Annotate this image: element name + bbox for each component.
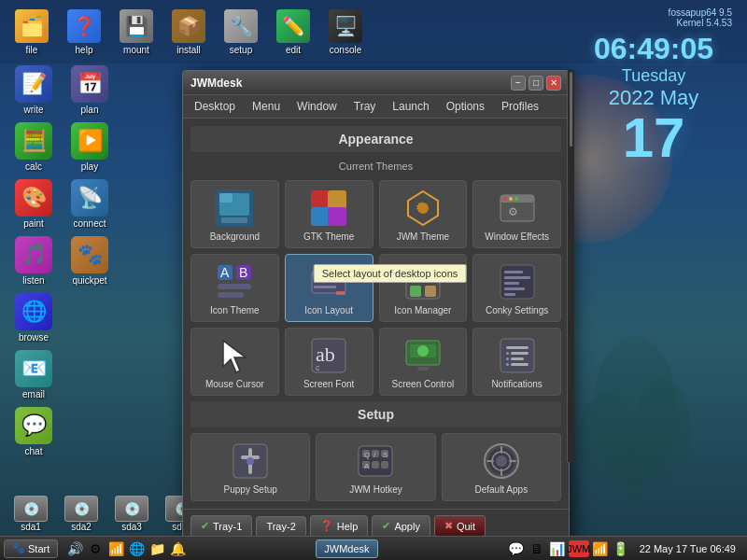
- start-label: Start: [28, 543, 49, 554]
- menu-profiles[interactable]: Profiles: [494, 97, 546, 116]
- left-icon-email[interactable]: 📧 email: [7, 348, 60, 401]
- desktop-icon-mount[interactable]: 💾 mount: [112, 7, 161, 57]
- svg-rect-54: [506, 346, 529, 349]
- disk-sda3[interactable]: 💿 sda3: [108, 496, 155, 532]
- footer-tray1-button[interactable]: ✔ Tray-1: [190, 515, 252, 537]
- left-icon-calc[interactable]: 🧮 calc: [7, 120, 60, 174]
- grid-item-icon-manager[interactable]: Icon Manager: [379, 254, 468, 322]
- grid-item-icon-theme[interactable]: A B Icon Theme: [190, 254, 279, 322]
- start-icon: 🐾: [12, 542, 25, 554]
- grid-item-default-apps-label: Default Apps: [474, 484, 528, 495]
- svg-point-79: [496, 455, 507, 467]
- svg-point-2: [579, 392, 635, 485]
- active-window-button[interactable]: JWMdesk: [316, 539, 377, 558]
- grid-item-gtk-theme[interactable]: GTK Theme: [285, 180, 374, 248]
- grid-item-notifications[interactable]: Notifications: [472, 328, 561, 396]
- disk-sda2[interactable]: 💿 sda2: [58, 496, 105, 532]
- svg-point-51: [417, 345, 429, 357]
- window-maximize-button[interactable]: □: [529, 76, 543, 91]
- disk-sda1[interactable]: 💿 sda1: [7, 496, 54, 532]
- left-icon-play[interactable]: ▶️ play: [63, 120, 116, 174]
- tray-right-1[interactable]: 💬: [507, 539, 526, 558]
- left-icon-browse[interactable]: 🌐 browse: [7, 291, 60, 344]
- desktop-icon-file[interactable]: 🗂️ file: [7, 7, 56, 57]
- footer-apply-button[interactable]: ✔ Apply: [372, 515, 430, 537]
- left-icon-chat-label: chat: [25, 446, 43, 456]
- left-icon-plan[interactable]: 📅 plan: [63, 63, 116, 117]
- svg-text:Q: Q: [364, 451, 370, 459]
- scrollbar[interactable]: [567, 70, 574, 462]
- wifi-bars-icon[interactable]: 📶: [591, 539, 610, 558]
- left-icon-paint[interactable]: 🎨 paint: [7, 177, 60, 231]
- tray-icon-5[interactable]: 📁: [148, 539, 166, 558]
- active-window-label: JWMdesk: [324, 543, 369, 554]
- grid-item-screen-font[interactable]: ab c Screen Font: [285, 328, 374, 396]
- desktop-icon-edit-label: edit: [286, 45, 301, 55]
- background-icon: [215, 189, 254, 228]
- grid-item-jwm-hotkey[interactable]: Q A / S JWM Hotkey: [316, 433, 435, 501]
- grid-item-screen-control[interactable]: Screen Control: [379, 328, 468, 396]
- desktop-icon-setup[interactable]: 🔧 setup: [217, 7, 265, 57]
- grid-item-background[interactable]: Background: [190, 180, 279, 248]
- menu-options[interactable]: Options: [439, 97, 492, 116]
- window-titlebar: JWMdesk − □ ✕: [183, 71, 569, 95]
- desktop-icon-edit[interactable]: ✏️ edit: [269, 7, 317, 57]
- footer-quit-button[interactable]: ✖ Quit: [434, 515, 486, 537]
- svg-rect-81: [500, 469, 502, 476]
- scrollbar-thumb[interactable]: [570, 72, 572, 147]
- left-icon-browse-label: browse: [19, 332, 49, 343]
- grid-item-window-effects-label: Window Effects: [485, 231, 549, 242]
- start-button[interactable]: 🐾 Start: [4, 539, 58, 558]
- desktop-icon-help[interactable]: ❓ help: [60, 7, 108, 57]
- grid-item-icon-theme-label: Icon Theme: [210, 305, 260, 315]
- puppy-setup-icon: [231, 441, 270, 481]
- grid-item-puppy-setup[interactable]: Puppy Setup: [190, 433, 310, 501]
- left-icon-write[interactable]: 📝 write: [7, 63, 60, 117]
- window-minimize-button[interactable]: −: [511, 76, 526, 91]
- svg-rect-59: [506, 363, 509, 366]
- tray-icon-2[interactable]: ⚙: [86, 539, 105, 558]
- svg-rect-26: [218, 292, 244, 298]
- themes-grid-row1: Background GTK Theme: [190, 180, 561, 248]
- footer-help-button[interactable]: ❓ Help: [310, 515, 369, 537]
- svg-rect-60: [511, 363, 529, 366]
- taskbar-clock: 22 May 17 Tue 06:49: [632, 543, 743, 554]
- left-icon-quickpet[interactable]: 🐾 quickpet: [63, 234, 116, 287]
- menu-launch[interactable]: Launch: [385, 97, 436, 116]
- menu-menu[interactable]: Menu: [245, 97, 288, 116]
- default-apps-icon: [482, 441, 521, 481]
- grid-item-default-apps[interactable]: Default Apps: [442, 433, 561, 501]
- desktop-icon-console[interactable]: 🖥️ console: [321, 7, 370, 57]
- tray-icon-6[interactable]: 🔔: [168, 539, 187, 558]
- svg-rect-56: [511, 352, 529, 355]
- tray-icon-4[interactable]: 🌐: [127, 539, 146, 558]
- left-icon-chat[interactable]: 💬 chat: [7, 405, 60, 458]
- grid-item-jwm-theme[interactable]: ⚙ JWM Theme: [379, 180, 468, 248]
- jwm-hotkey-icon: Q A / S: [356, 441, 395, 481]
- grid-item-conky[interactable]: Conky Settings: [472, 254, 561, 322]
- grid-item-mouse-cursor[interactable]: Mouse Cursor: [190, 328, 279, 396]
- tray-icon-3[interactable]: 📶: [106, 539, 125, 558]
- desktop-icon-install[interactable]: 📦 install: [164, 7, 213, 57]
- tray-right-3[interactable]: 📊: [548, 539, 567, 558]
- left-icon-listen[interactable]: 🎵 listen: [7, 234, 60, 287]
- tray-icon-1[interactable]: 🔊: [65, 539, 84, 558]
- svg-rect-71: [381, 461, 388, 469]
- tray-right-2[interactable]: 🖥: [528, 539, 546, 558]
- tray-right-4[interactable]: JWM: [569, 540, 589, 557]
- quit-x-icon: ✖: [444, 520, 453, 532]
- grid-item-icon-layout[interactable]: Select layout of desktop icons Icon L: [285, 254, 374, 322]
- menu-window[interactable]: Window: [289, 97, 345, 116]
- menu-desktop[interactable]: Desktop: [187, 97, 243, 116]
- left-icon-email-label: email: [22, 389, 45, 399]
- footer-tray2-button[interactable]: Tray-2: [256, 516, 305, 537]
- disk-sda2-label: sda2: [71, 522, 92, 532]
- window-close-button[interactable]: ✕: [546, 76, 561, 91]
- menu-tray[interactable]: Tray: [346, 97, 384, 116]
- left-icon-connect[interactable]: 📡 connect: [63, 177, 116, 231]
- grid-item-window-effects[interactable]: ⚙ Window Effects: [472, 180, 561, 248]
- tray-system-icons: 🔊 ⚙ 📶 🌐 📁 🔔: [65, 539, 187, 558]
- battery-icon[interactable]: 🔋: [612, 539, 630, 558]
- grid-item-screen-font-label: Screen Font: [303, 379, 354, 389]
- left-icons: 📝 write 🧮 calc 🎨 paint 🎵 listen 🌐 browse…: [7, 63, 60, 458]
